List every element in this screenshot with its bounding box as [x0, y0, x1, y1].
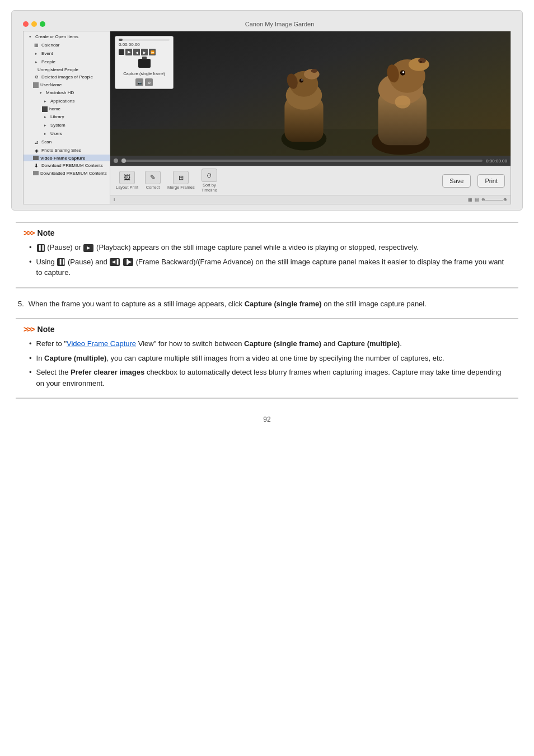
note-header-2: >>> Note [24, 325, 510, 334]
capture-time: 0:00:00.00 [119, 42, 170, 47]
snapshot-btn-2[interactable]: ⚙ [145, 78, 153, 86]
note-text-1: ▐▐ (Pause) or ▶ (Playback) appears on th… [36, 242, 510, 253]
home-icon [42, 106, 48, 112]
svg-point-8 [299, 78, 303, 82]
timeline-time: 0:00:00.00 [486, 158, 507, 164]
tool-sort-timeline[interactable]: ⏱ Sort byTimeline [202, 169, 217, 193]
frame-back-icon: ◀▐ [110, 258, 120, 266]
prefer-clearer-bold: Prefer clearer images [71, 368, 144, 376]
note-chevrons-2: >>> [24, 325, 34, 334]
sidebar-item-home[interactable]: home [24, 105, 110, 113]
sidebar-item-users[interactable]: ▸ Users [24, 129, 110, 138]
sidebar-label-photo-sharing: Photo Sharing Sites [41, 148, 81, 153]
tool-layout-print[interactable]: 🖼 Layout Print [116, 171, 138, 190]
content-area: >>> Note • ▐▐ (Pause) or ▶ (Playback) ap… [0, 222, 534, 399]
note-header-1: >>> Note [24, 228, 510, 237]
zoom-slider[interactable]: ⊖————⊕ [481, 197, 507, 202]
username-icon [33, 82, 39, 88]
window-title: Canon My Image Garden [48, 21, 511, 27]
merge-frames-icon: ⊞ [173, 171, 189, 184]
note2-item-3: • Select the Prefer clearer images check… [24, 367, 510, 389]
tool-label-sort-timeline: Sort byTimeline [202, 183, 217, 193]
close-dot[interactable] [23, 21, 29, 27]
sidebar-item-downloaded-premium[interactable]: Downloaded PREMIUM Contents [24, 170, 110, 176]
snapshot-buttons: 📷 ⚙ [119, 78, 170, 86]
skip-button[interactable]: ⏩ [149, 49, 156, 55]
sidebar-label-library: Library [50, 114, 64, 119]
sidebar-label-people: People [41, 59, 55, 64]
view-icon-grid[interactable]: ▦ [468, 197, 472, 202]
capture-progress-bar [119, 39, 170, 41]
step-5: 5. When the frame you want to capture as… [16, 298, 518, 310]
sidebar-item-photo-sharing[interactable]: ◈ Photo Sharing Sites [24, 146, 110, 155]
capture-multiple-bold-1: Capture (multiple) [338, 339, 400, 348]
pause-icon-inline-2: ▐▐ [57, 258, 65, 266]
sidebar-label-scan: Scan [41, 139, 51, 144]
print-button[interactable]: Print [477, 174, 505, 188]
maximize-dot[interactable] [40, 21, 45, 27]
app-screenshot: Canon My Image Garden ▾ Create or Open I… [11, 10, 523, 211]
page-number: 92 [0, 416, 534, 435]
sidebar-item-library[interactable]: ▸ Library [24, 113, 110, 121]
step-bold-text: Capture (single frame) [245, 300, 322, 308]
video-frame-capture-link[interactable]: Video Frame Capture [67, 339, 136, 348]
sidebar-item-create[interactable]: ▾ Create or Open Items [24, 32, 110, 41]
deleted-icon: ⊘ [33, 74, 40, 81]
snapshot-btn-1[interactable]: 📷 [135, 78, 143, 86]
sidebar-item-unregistered[interactable]: Unregistered People [24, 66, 110, 73]
sidebar-label-unregistered: Unregistered People [38, 67, 78, 72]
camera-body-icon [138, 59, 151, 68]
note2-text-3: Select the Prefer clearer images checkbo… [36, 367, 510, 389]
note2-item-2: • In Capture (multiple), you can capture… [24, 353, 510, 364]
tool-label-layout-print: Layout Print [116, 185, 138, 190]
play-icon-inline: ▶ [83, 244, 93, 252]
people-expand-icon: ▸ [33, 59, 40, 66]
sidebar-item-calendar[interactable]: ▦ Calendar [24, 41, 110, 49]
downloaded-premium-icon [33, 171, 39, 175]
sidebar-item-download-premium[interactable]: ⬇ Download PREMIUM Contents [24, 161, 110, 170]
app-body: ▾ Create or Open Items ▦ Calendar ▸ Even… [23, 31, 511, 204]
note2-text-2: In Capture (multiple), you can capture m… [36, 353, 510, 364]
capture-icon-area: Capture (single frame) [119, 59, 170, 76]
note2-text-1: Refer to "Video Frame Capture View" for … [36, 338, 510, 349]
frame-fwd-icon: ▐▶ [123, 258, 133, 266]
status-left: I [114, 197, 115, 202]
sidebar-item-macintosh[interactable]: ▾ Macintosh HD [24, 88, 110, 97]
tool-correct[interactable]: ✎ Correct [145, 171, 161, 190]
sidebar-item-username[interactable]: UserName [24, 81, 110, 88]
save-button[interactable]: Save [442, 174, 471, 188]
sidebar-item-scan[interactable]: ⊿ Scan [24, 138, 110, 146]
note-item-2: • Using ▐▐ (Pause) and ◀▐ ▐▶ (Frame Back… [24, 256, 510, 278]
tool-merge-frames[interactable]: ⊞ Merge Frames [167, 171, 195, 190]
back-button[interactable]: ◀ [133, 49, 140, 55]
note-text-2: Using ▐▐ (Pause) and ◀▐ ▐▶ (Frame Backwa… [36, 256, 510, 278]
bullet-1: • [29, 242, 32, 253]
svg-point-19 [402, 71, 404, 73]
system-expand-icon: ▸ [42, 122, 49, 129]
forward-button[interactable]: ▶ [141, 49, 148, 55]
note-box-2: >>> Note • Refer to "Video Frame Capture… [16, 318, 518, 399]
sidebar-label-deleted: Deleted Images of People [41, 74, 93, 80]
play-button[interactable]: ▶ [125, 49, 132, 55]
expand-icon: ▾ [27, 34, 34, 40]
sort-timeline-icon: ⏱ [202, 169, 217, 182]
sidebar-item-people[interactable]: ▸ People [24, 58, 110, 66]
capture-panel: 0:00:00.00 ▶ ◀ ▶ ⏩ Ca [115, 36, 174, 89]
sidebar-item-applications[interactable]: ▸ Applications [24, 97, 110, 105]
timeline-thumb[interactable] [121, 158, 126, 163]
correct-icon: ✎ [145, 171, 161, 184]
view-icon-list[interactable]: ▤ [475, 197, 479, 202]
sidebar-item-event[interactable]: ▸ Event [24, 49, 110, 58]
sidebar-item-deleted[interactable]: ⊘ Deleted Images of People [24, 73, 110, 81]
bullet-5: • [29, 367, 32, 378]
minimize-dot[interactable] [31, 21, 37, 27]
video-timeline: 0:00:00.00 [110, 156, 510, 166]
timeline-bar[interactable] [121, 160, 483, 162]
timeline-start-marker [114, 158, 118, 163]
stop-button[interactable] [119, 49, 124, 55]
library-expand-icon: ▸ [42, 114, 49, 120]
note-chevrons-1: >>> [24, 228, 34, 237]
sidebar-item-video-capture[interactable]: Video Frame Capture [24, 155, 110, 161]
sidebar-item-system[interactable]: ▸ System [24, 121, 110, 129]
tool-label-correct: Correct [146, 185, 160, 190]
